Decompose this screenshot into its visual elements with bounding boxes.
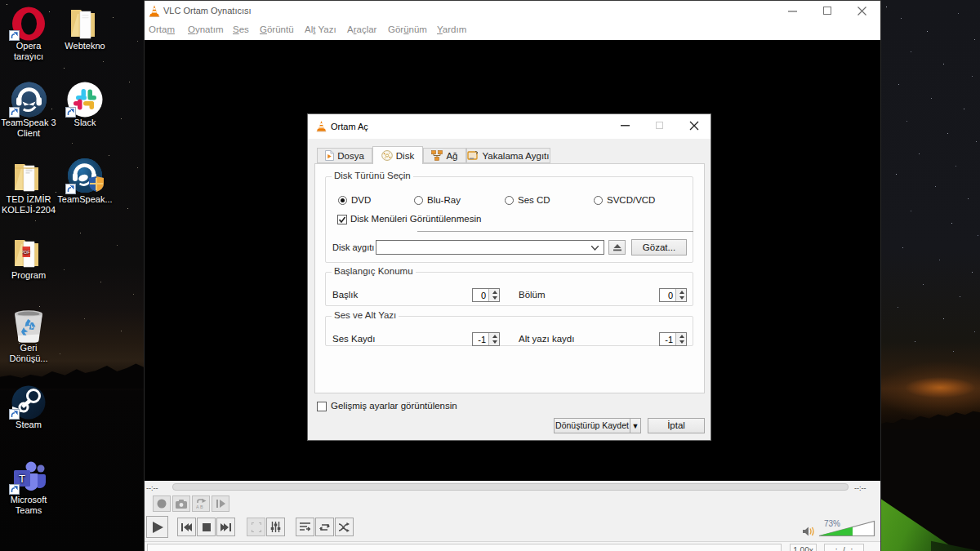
svg-text:T: T xyxy=(19,473,25,485)
svg-text:A B: A B xyxy=(196,504,203,509)
